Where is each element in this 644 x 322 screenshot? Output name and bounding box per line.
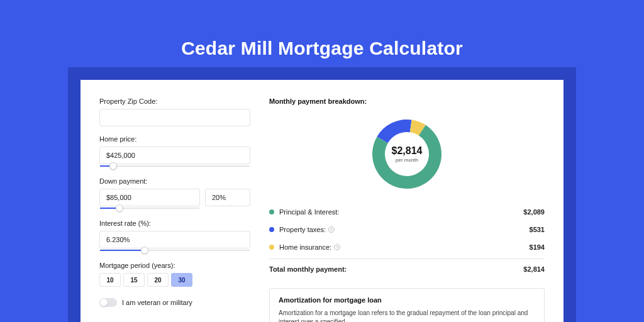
legend-dot <box>269 227 274 232</box>
period-button-10[interactable]: 10 <box>99 273 121 287</box>
down-payment-label: Down payment: <box>99 177 250 185</box>
donut-center-sublabel: per month <box>396 157 418 163</box>
period-field: Mortgage period (years): 10152030 <box>99 262 250 287</box>
legend: Principal & Interest:$2,089Property taxe… <box>269 203 545 256</box>
total-amount: $2,814 <box>523 265 545 273</box>
donut-chart: $2,814 per month <box>369 116 445 192</box>
rate-slider[interactable] <box>99 248 250 253</box>
down-payment-pct-input[interactable] <box>205 189 250 206</box>
legend-label-text: Home insurance: <box>279 243 331 251</box>
legend-amount: $2,089 <box>523 208 545 216</box>
slider-handle[interactable] <box>141 247 148 254</box>
zip-field: Property Zip Code: <box>99 97 250 126</box>
legend-row: Principal & Interest:$2,089 <box>269 203 545 221</box>
amortization-text: Amortization for a mortgage loan refers … <box>279 309 535 322</box>
legend-label: Principal & Interest: <box>279 208 339 216</box>
breakdown-panel: Monthly payment breakdown: $2,814 per mo… <box>269 97 545 322</box>
donut-center-amount: $2,814 <box>392 145 423 156</box>
slider-handle[interactable] <box>109 162 117 170</box>
zip-label: Property Zip Code: <box>99 97 250 105</box>
slider-handle[interactable] <box>116 204 123 212</box>
veteran-label: I am veteran or military <box>122 299 192 306</box>
period-button-30[interactable]: 30 <box>171 273 192 287</box>
toggle-knob <box>100 299 108 306</box>
inputs-panel: Property Zip Code: Home price: Down paym… <box>99 97 250 322</box>
amortization-title: Amortization for mortgage loan <box>279 296 535 304</box>
home-price-label: Home price: <box>99 135 250 143</box>
slider-fill <box>100 250 145 251</box>
home-price-slider[interactable] <box>99 164 250 169</box>
period-label: Mortgage period (years): <box>99 262 250 269</box>
period-button-15[interactable]: 15 <box>123 273 145 287</box>
calculator-card: Property Zip Code: Home price: Down paym… <box>80 80 564 322</box>
legend-label-text: Principal & Interest: <box>279 208 339 216</box>
rate-label: Interest rate (%): <box>99 219 250 227</box>
breakdown-title: Monthly payment breakdown: <box>269 97 545 105</box>
zip-input[interactable] <box>99 109 250 126</box>
veteran-toggle[interactable] <box>99 298 117 307</box>
period-buttons: 10152030 <box>99 273 250 287</box>
total-label: Total monthly payment: <box>269 265 347 273</box>
legend-amount: $194 <box>530 243 545 251</box>
veteran-row: I am veteran or military <box>99 298 250 307</box>
rate-input[interactable] <box>99 231 250 248</box>
legend-row: Property taxes:?$531 <box>269 221 545 238</box>
page-title: Cedar Mill Mortgage Calculator <box>0 0 644 70</box>
help-icon[interactable]: ? <box>334 244 340 250</box>
legend-row: Home insurance:?$194 <box>269 238 545 256</box>
help-icon[interactable]: ? <box>328 226 335 233</box>
slider-track <box>100 165 250 167</box>
down-payment-slider[interactable] <box>99 206 200 211</box>
legend-total-row: Total monthly payment: $2,814 <box>269 258 545 278</box>
legend-dot <box>269 245 274 250</box>
down-payment-input[interactable] <box>99 189 200 206</box>
amortization-box: Amortization for mortgage loan Amortizat… <box>269 288 545 322</box>
period-button-20[interactable]: 20 <box>147 273 169 287</box>
legend-label: Home insurance:? <box>279 243 340 251</box>
legend-dot <box>269 209 274 214</box>
home-price-input[interactable] <box>99 147 250 164</box>
donut-chart-area: $2,814 per month <box>269 113 545 203</box>
down-payment-field: Down payment: <box>99 177 250 211</box>
legend-amount: $531 <box>530 226 545 233</box>
donut-segment <box>377 119 411 143</box>
legend-label-text: Property taxes: <box>279 226 326 233</box>
rate-field: Interest rate (%): <box>99 219 250 253</box>
legend-label: Property taxes:? <box>279 226 335 233</box>
home-price-field: Home price: <box>99 135 250 169</box>
